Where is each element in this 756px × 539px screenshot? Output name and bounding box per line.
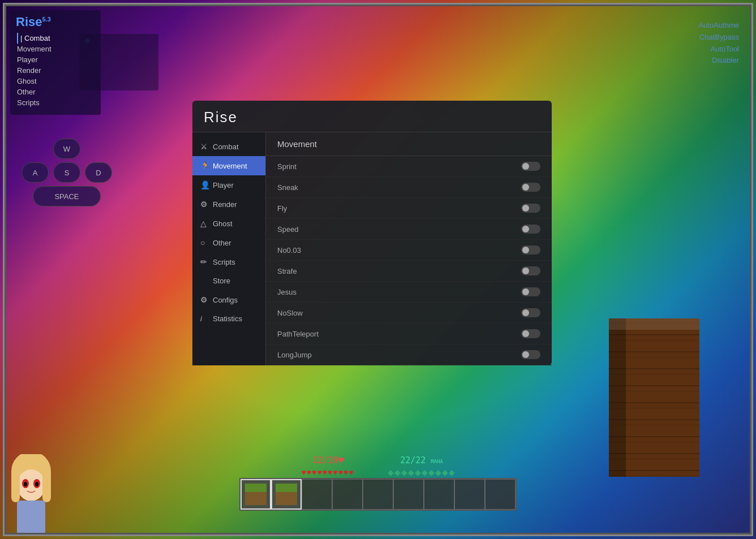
- svg-rect-11: [609, 318, 626, 477]
- modal-nav-store[interactable]: Store: [192, 271, 265, 290]
- heart-10: ♥: [349, 468, 353, 477]
- mana-value: 22/22: [400, 455, 426, 465]
- module-fly-label: Fly: [277, 204, 287, 213]
- module-longjump[interactable]: LongJump: [266, 344, 552, 365]
- hotbar-slot-9[interactable]: [485, 479, 516, 510]
- module-sneak[interactable]: Sneak: [266, 177, 552, 198]
- modal-nav-ghost-label: Ghost: [213, 219, 233, 228]
- hotbar-slot-4[interactable]: [332, 479, 363, 510]
- modal-nav-combat[interactable]: ⚔ Combat: [192, 137, 265, 156]
- sidebar-item-combat[interactable]: | Combat: [17, 33, 95, 44]
- modal-nav-statistics[interactable]: i Statistics: [192, 309, 265, 328]
- sidebar-nav: | Combat Movement Player Render Ghost Ot…: [17, 33, 95, 108]
- modal-nav-configs[interactable]: ⚙ Configs: [192, 290, 265, 309]
- sidebar-item-scripts[interactable]: Scripts: [17, 97, 95, 108]
- modal-nav-scripts[interactable]: ✏ Scripts: [192, 252, 265, 271]
- hotbar-slot-7[interactable]: [424, 479, 454, 510]
- hotbar-slot-2[interactable]: [271, 479, 302, 510]
- grass-top: [245, 484, 267, 492]
- module-speed-toggle[interactable]: [521, 225, 540, 234]
- mana-8: ◆: [435, 468, 441, 477]
- module-speed[interactable]: Speed: [266, 219, 552, 240]
- key-w[interactable]: W: [53, 139, 80, 159]
- health-mana-row: 12/20♥ 22/22 МАНА: [313, 455, 443, 465]
- module-strafe-toggle[interactable]: [521, 266, 540, 275]
- key-d[interactable]: D: [85, 162, 112, 183]
- mana-7: ◆: [428, 468, 435, 477]
- svg-point-5: [35, 482, 38, 486]
- content-section-title: Movement: [266, 132, 552, 156]
- key-a[interactable]: A: [22, 162, 49, 183]
- heart-4: ♥: [317, 468, 321, 477]
- key-s[interactable]: S: [53, 162, 80, 183]
- module-noslow-label: NoSlow: [277, 309, 303, 317]
- mana-5: ◆: [415, 468, 421, 477]
- hotbar-container: [239, 478, 517, 511]
- modal-nav-movement[interactable]: 🏃 Movement: [192, 156, 265, 175]
- menu-disabler[interactable]: Disabler: [698, 55, 739, 67]
- sidebar-item-other[interactable]: Other: [17, 87, 95, 97]
- hotbar-slot-6[interactable]: [393, 479, 424, 510]
- sidebar-item-render[interactable]: Render: [17, 65, 95, 76]
- sidebar-item-player[interactable]: Player: [17, 54, 95, 65]
- modal-nav-other[interactable]: ○ Other: [192, 233, 265, 252]
- module-fly[interactable]: Fly: [266, 198, 552, 219]
- grass-side-2: [276, 492, 297, 505]
- module-fly-toggle[interactable]: [521, 204, 540, 213]
- svg-rect-8: [42, 468, 51, 502]
- modal-nav-other-label: Other: [213, 239, 231, 247]
- module-jesus-toggle[interactable]: [521, 287, 540, 296]
- grass-block-1: [245, 484, 267, 505]
- module-sprint-toggle[interactable]: [521, 162, 540, 171]
- mana-6: ◆: [422, 468, 428, 477]
- sidebar-item-ghost[interactable]: Ghost: [17, 76, 95, 87]
- module-no003[interactable]: No0.03: [266, 240, 552, 261]
- module-pathteleport[interactable]: PathTeleport: [266, 324, 552, 344]
- top-right-menu: AutoAuthme ChatBypass AutoTool Disabler: [698, 20, 739, 67]
- module-sneak-toggle[interactable]: [521, 183, 540, 192]
- menu-autotool[interactable]: AutoTool: [698, 44, 739, 55]
- module-strafe-label: Strafe: [277, 267, 297, 275]
- mana-label: МАНА: [431, 459, 443, 464]
- mana-1: ◆: [388, 468, 394, 477]
- module-jesus-label: Jesus: [277, 288, 297, 296]
- menu-autoauthme[interactable]: AutoAuthme: [698, 20, 739, 32]
- module-longjump-toggle[interactable]: [521, 350, 540, 359]
- hotbar-slot-5[interactable]: [363, 479, 393, 510]
- modal-body: ⚔ Combat 🏃 Movement 👤 Player ⚙ Render △ …: [192, 132, 552, 365]
- other-icon: ○: [200, 238, 209, 247]
- menu-chatbypass[interactable]: ChatBypass: [698, 32, 739, 44]
- rise-panel: Rise5.3 | Combat Movement Player Render …: [10, 10, 101, 115]
- rise-title: Rise5.3: [16, 15, 95, 29]
- modal-nav-ghost[interactable]: △ Ghost: [192, 214, 265, 233]
- module-strafe[interactable]: Strafe: [266, 261, 552, 282]
- module-no003-toggle[interactable]: [521, 245, 540, 255]
- module-jesus[interactable]: Jesus: [266, 282, 552, 303]
- scripts-icon: ✏: [200, 257, 209, 266]
- modal-nav-render-label: Render: [213, 200, 237, 209]
- modal-nav-render[interactable]: ⚙ Render: [192, 195, 265, 214]
- rise-version: 5.3: [42, 16, 50, 23]
- modal-nav-combat-label: Combat: [213, 143, 239, 151]
- hotbar-slot-8[interactable]: [454, 479, 485, 510]
- heart-9: ♥: [343, 468, 348, 477]
- module-noslow-toggle[interactable]: [521, 308, 540, 317]
- module-longjump-label: LongJump: [277, 351, 312, 359]
- module-sprint[interactable]: Sprint: [266, 156, 552, 177]
- hotbar-slot-3[interactable]: [302, 479, 332, 510]
- modal-nav-player[interactable]: 👤 Player: [192, 175, 265, 195]
- ghost-icon: △: [200, 219, 209, 228]
- hearts-mana-icons: ♥ ♥ ♥ ♥ ♥ ♥ ♥ ♥ ♥ ♥ ◆ ◆ ◆ ◆ ◆ ◆ ◆ ◆ ◆ ◆: [301, 468, 454, 477]
- heart-5: ♥: [323, 468, 327, 477]
- heart-icon: ♥: [338, 455, 343, 465]
- sidebar-item-movement[interactable]: Movement: [17, 44, 95, 54]
- module-pathteleport-toggle[interactable]: [521, 329, 540, 338]
- key-space[interactable]: SPACE: [33, 186, 101, 206]
- module-pathteleport-label: PathTeleport: [277, 330, 319, 338]
- health-display: 12/20♥: [313, 455, 343, 465]
- mana-9: ◆: [442, 468, 448, 477]
- bottom-hud: 12/20♥ 22/22 МАНА ♥ ♥ ♥ ♥ ♥ ♥ ♥ ♥ ♥ ♥ ◆ …: [0, 455, 756, 511]
- module-no003-label: No0.03: [277, 246, 301, 255]
- module-noslow[interactable]: NoSlow: [266, 303, 552, 324]
- hotbar-slot-1[interactable]: [240, 479, 271, 510]
